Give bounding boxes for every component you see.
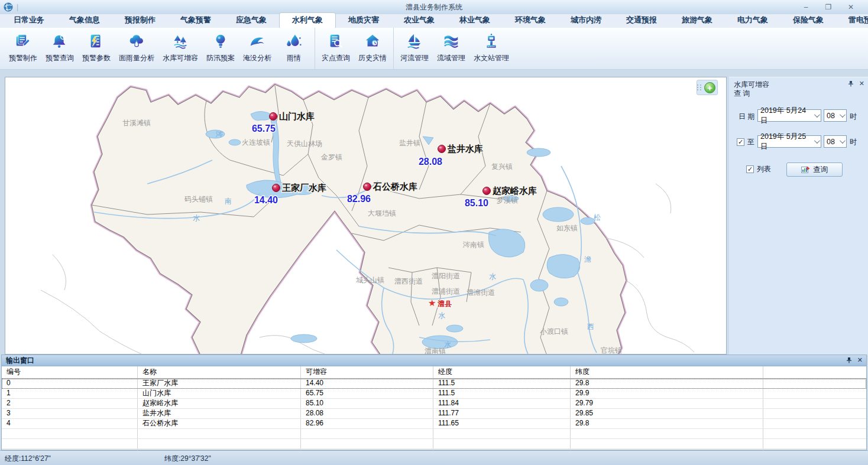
map-canvas[interactable]: 甘溪滩镇火连坡镇天供山林场金罗镇盐井镇复兴镇码头铺镇梦溪镇大堰垱镇涔南镇如东镇城… — [5, 77, 727, 355]
toolbar-button-label: 流域管理 — [437, 53, 465, 63]
toolbar-button-river-management[interactable]: 河流管理 — [396, 28, 433, 69]
toolbar-button-disaster-history[interactable]: 历史灾情 — [354, 28, 391, 69]
hydro-station-icon — [482, 32, 500, 51]
table-cell — [301, 439, 433, 448]
toolbar-button-alert-params[interactable]: 预警参数 — [78, 28, 115, 69]
menu-tab-4[interactable]: 应急气象 — [224, 13, 279, 28]
yanjing-reservoir-marker[interactable] — [438, 145, 446, 153]
maximize-button[interactable]: ❐ — [817, 0, 840, 14]
date-from-select[interactable]: 2019年 5月24日 — [757, 109, 821, 122]
table-cell — [433, 439, 571, 448]
table-cell — [2, 439, 138, 448]
menu-tab-0[interactable]: 日常业务 — [1, 13, 57, 28]
toolbar-button-rain-info[interactable]: 雨情 — [276, 28, 312, 69]
menu-tab-14[interactable]: 保险气象 — [780, 13, 836, 28]
list-checkbox[interactable]: ✓ — [746, 165, 754, 173]
zhaojiayu-reservoir-value: 85.10 — [465, 198, 488, 208]
doc-params-icon — [88, 32, 105, 51]
table-cell: 82.96 — [301, 419, 433, 428]
menu-tab-11[interactable]: 交通预报 — [614, 13, 669, 28]
table-header-cell-4[interactable]: 纬度 — [571, 366, 763, 378]
panel-close-icon[interactable]: ✕ — [859, 80, 864, 87]
toolbar-button-alert-create[interactable]: 预警制作 — [5, 28, 41, 69]
map-zoom-in-button[interactable]: + — [704, 82, 715, 93]
hour-from-value: 08 — [827, 112, 835, 120]
town-label-5: 复兴镇 — [491, 162, 513, 171]
status-latitude: 纬度:29°37'32" — [164, 454, 211, 464]
menu-tab-5[interactable]: 水利气象 — [279, 12, 336, 28]
hour-from-select[interactable]: 08 — [824, 109, 847, 122]
toolbar-button-inundation-analysis[interactable]: 淹没分析 — [239, 28, 276, 69]
menu-tab-3[interactable]: 气象预警 — [168, 13, 224, 28]
list-option-row: ✓ 列表 — [746, 164, 771, 174]
pin-icon[interactable] — [848, 80, 854, 87]
table-cell — [571, 429, 763, 438]
table-header-cell-3[interactable]: 经度 — [433, 366, 571, 378]
doc-edit-icon — [14, 32, 32, 51]
wangjiachang-reservoir-value: 14.40 — [254, 195, 278, 205]
toolbar-button-area-rain-analysis[interactable]: 面雨量分析 — [115, 28, 158, 69]
toolbar-button-hydro-station-management[interactable]: 水文站管理 — [469, 28, 513, 69]
table-header-row: 编号名称可增容经度纬度 — [2, 366, 866, 379]
waves-icon — [442, 32, 460, 51]
table-row-3[interactable]: 3盐井水库28.08111.7729.85 — [2, 409, 866, 419]
toolbar-button-label: 历史灾情 — [358, 53, 387, 63]
toolbar-button-label: 水库可增容 — [163, 53, 198, 63]
menu-tab-13[interactable]: 电力气象 — [725, 13, 780, 28]
chevron-down-icon — [814, 112, 820, 118]
toolbar-button-alert-query[interactable]: 预警查询 — [41, 28, 78, 69]
toolbar-button-disaster-point-query[interactable]: 灾点查询 — [318, 28, 354, 69]
town-label-4: 盐井镇 — [399, 139, 420, 147]
table-cell: 111.5 — [433, 379, 571, 388]
date-to-select[interactable]: 2019年 5月25日 — [757, 135, 821, 148]
table-cell — [2, 429, 138, 438]
query-button[interactable]: 查询 — [786, 162, 843, 177]
toolbar-button-basin-management[interactable]: 流域管理 — [433, 28, 469, 69]
table-cell: 29.8 — [571, 419, 763, 428]
shanmen-reservoir-marker[interactable] — [270, 113, 277, 121]
output-window-header: 输出窗口 ✕ — [2, 355, 866, 366]
town-label-0: 甘溪滩镇 — [122, 119, 151, 127]
table-cell: 14.40 — [301, 379, 433, 388]
marker-highlight — [274, 186, 276, 187]
bell-search-icon — [51, 32, 69, 51]
to-checkbox[interactable]: ✓ — [737, 138, 744, 146]
menu-tab-15[interactable]: 雷电预警 — [836, 13, 868, 28]
wangjiachang-reservoir-marker[interactable] — [273, 184, 280, 192]
table-cell: 王家厂水库 — [138, 379, 301, 388]
table-row-1[interactable]: 1山门水库65.75111.529.9 — [2, 389, 866, 399]
toolbar-button-label: 预警制作 — [9, 53, 37, 63]
toolbar-button-label: 河流管理 — [400, 53, 429, 63]
county-map[interactable]: 甘溪滩镇火连坡镇天供山林场金罗镇盐井镇复兴镇码头铺镇梦溪镇大堰垱镇涔南镇如东镇城… — [5, 77, 726, 354]
river-label-8: 西 — [587, 323, 594, 331]
close-button[interactable]: ✕ — [840, 0, 862, 14]
county-seat-label: 澧县 — [437, 300, 452, 308]
minimize-button[interactable]: – — [795, 0, 817, 14]
menu-tab-7[interactable]: 农业气象 — [391, 13, 447, 28]
shigongqiao-reservoir-marker[interactable] — [364, 183, 371, 191]
toolbar-button-flood-plan[interactable]: 防汛预案 — [202, 28, 239, 69]
toolbar-group-3: 河流管理流域管理水文站管理 — [393, 28, 516, 69]
menu-tab-6[interactable]: 地质灾害 — [336, 13, 391, 28]
menu-tab-12[interactable]: 旅游气象 — [669, 13, 725, 28]
table-row-2[interactable]: 2赵家峪水库85.10111.8429.79 — [2, 399, 866, 409]
menu-tab-9[interactable]: 环境气象 — [503, 13, 558, 28]
menu-tab-8[interactable]: 林业气象 — [447, 13, 503, 28]
output-window-title: 输出窗口 — [6, 356, 34, 365]
marker-highlight — [365, 184, 367, 186]
menu-tab-2[interactable]: 预报制作 — [112, 13, 168, 28]
hour-from-suffix: 时 — [850, 112, 857, 122]
table-row-4[interactable]: 4石公桥水库82.96111.6529.8 — [2, 419, 866, 429]
table-row-0[interactable]: 0王家厂水库14.40111.529.8 — [2, 379, 866, 389]
table-header-cell-2[interactable]: 可增容 — [301, 366, 433, 378]
toolbar-button-reservoir-capacity[interactable]: 水库可增容 — [158, 28, 202, 69]
table-header-cell-1[interactable]: 名称 — [138, 366, 301, 378]
table-header-cell-0[interactable]: 编号 — [2, 366, 138, 378]
menu-tab-1[interactable]: 气象信息 — [57, 13, 112, 28]
pin-icon[interactable] — [846, 357, 852, 363]
output-close-icon[interactable]: ✕ — [857, 357, 863, 363]
zhaojiayu-reservoir-marker[interactable] — [483, 187, 491, 195]
hour-to-suffix: 时 — [850, 137, 857, 147]
menu-tab-10[interactable]: 城市内涝 — [558, 13, 614, 28]
hour-to-select[interactable]: 08 — [824, 135, 847, 148]
